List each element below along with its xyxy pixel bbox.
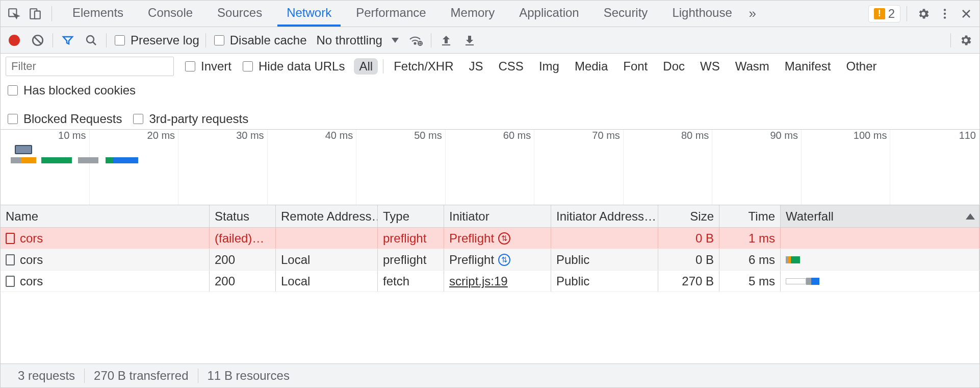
- filter-type-ws[interactable]: WS: [695, 58, 725, 75]
- tabs-overflow-button[interactable]: »: [742, 4, 763, 24]
- overview-tick: 110: [1, 130, 979, 205]
- issues-count: 2: [888, 7, 895, 21]
- column-header-initiator[interactable]: Initiator: [444, 205, 551, 227]
- cell: Local: [276, 271, 378, 292]
- has-blocked-cookies-input[interactable]: [8, 85, 18, 95]
- cell: Preflight⇅: [444, 249, 551, 270]
- column-header-waterfall[interactable]: Waterfall: [781, 205, 979, 227]
- filter-type-doc[interactable]: Doc: [658, 58, 690, 75]
- svg-point-4: [944, 12, 946, 14]
- hide-data-urls-input[interactable]: [243, 61, 253, 71]
- network-toolbar: Preserve log Disable cache No throttling: [1, 27, 979, 54]
- tab-network[interactable]: Network: [277, 1, 341, 27]
- filter-type-manifest[interactable]: Manifest: [780, 58, 836, 75]
- filter-type-all[interactable]: All: [354, 58, 378, 75]
- tab-security[interactable]: Security: [595, 1, 657, 27]
- cell: preflight: [378, 249, 444, 270]
- table-row[interactable]: cors200LocalpreflightPreflight⇅Public0 B…: [1, 249, 979, 271]
- network-conditions-icon[interactable]: [407, 32, 425, 49]
- record-button[interactable]: [6, 32, 23, 49]
- table-row[interactable]: cors(failed)…preflightPreflight⇅0 B1 ms: [1, 228, 979, 249]
- cell: cors: [1, 228, 210, 249]
- filter-type-font[interactable]: Font: [618, 58, 653, 75]
- initiator-text: Preflight: [449, 253, 494, 267]
- file-icon: [6, 254, 15, 265]
- clear-button[interactable]: [29, 32, 46, 49]
- cell: [276, 228, 378, 249]
- column-header-name[interactable]: Name: [1, 205, 210, 227]
- disable-cache-input[interactable]: [214, 35, 224, 45]
- column-header-initiator-address-[interactable]: Initiator Address…: [551, 205, 658, 227]
- hide-data-urls-checkbox[interactable]: Hide data URLs: [241, 59, 345, 74]
- search-icon[interactable]: [83, 32, 100, 49]
- filter-type-fetch-xhr[interactable]: Fetch/XHR: [389, 58, 458, 75]
- filter-type-other[interactable]: Other: [841, 58, 882, 75]
- filter-type-css[interactable]: CSS: [494, 58, 529, 75]
- column-header-type[interactable]: Type: [378, 205, 444, 227]
- disable-cache-checkbox[interactable]: Disable cache: [212, 33, 307, 47]
- cell: Public: [551, 271, 658, 292]
- tab-console[interactable]: Console: [139, 1, 202, 27]
- filter-type-wasm[interactable]: Wasm: [730, 58, 775, 75]
- cell: fetch: [378, 271, 444, 292]
- issues-badge[interactable]: ! 2: [868, 5, 900, 22]
- cell: cors: [1, 249, 210, 270]
- table-row[interactable]: cors200Localfetchscript.js:19Public270 B…: [1, 271, 979, 292]
- separator: [53, 33, 53, 47]
- initiator-link[interactable]: script.js:19: [449, 274, 508, 288]
- svg-point-5: [944, 16, 946, 18]
- tab-memory[interactable]: Memory: [442, 1, 504, 27]
- throttling-select[interactable]: No throttling: [313, 32, 402, 49]
- waterfall-cell: [781, 271, 979, 292]
- filter-type-media[interactable]: Media: [570, 58, 613, 75]
- filter-input[interactable]: [6, 57, 174, 76]
- table-body[interactable]: cors(failed)…preflightPreflight⇅0 B1 msc…: [1, 228, 979, 363]
- column-header-time[interactable]: Time: [719, 205, 781, 227]
- network-settings-gear-icon[interactable]: [957, 32, 974, 49]
- sort-asc-icon: [966, 213, 975, 220]
- tab-performance[interactable]: Performance: [347, 1, 435, 27]
- close-devtools-icon[interactable]: [956, 4, 976, 24]
- cell: 270 B: [658, 271, 719, 292]
- third-party-checkbox[interactable]: 3rd-party requests: [131, 112, 248, 126]
- blocked-requests-checkbox[interactable]: Blocked Requests: [6, 112, 122, 126]
- preserve-log-input[interactable]: [115, 35, 125, 45]
- column-header-size[interactable]: Size: [658, 205, 719, 227]
- disable-cache-label: Disable cache: [230, 33, 307, 47]
- settings-gear-icon[interactable]: [913, 4, 934, 24]
- column-header-status[interactable]: Status: [210, 205, 276, 227]
- filter-type-img[interactable]: Img: [534, 58, 564, 75]
- third-party-input[interactable]: [133, 114, 143, 124]
- device-toolbar-icon[interactable]: [25, 4, 45, 24]
- cell: (failed)…: [210, 228, 276, 249]
- upload-har-icon[interactable]: [437, 32, 455, 49]
- filter-type-js[interactable]: JS: [464, 58, 488, 75]
- kebab-menu-icon[interactable]: [935, 4, 955, 24]
- svg-rect-2: [35, 11, 40, 18]
- invert-checkbox[interactable]: Invert: [183, 59, 231, 74]
- tab-application[interactable]: Application: [510, 1, 588, 27]
- filter-icon[interactable]: [59, 32, 76, 49]
- has-blocked-cookies-checkbox[interactable]: Has blocked cookies: [6, 83, 136, 98]
- tab-lighthouse[interactable]: Lighthouse: [663, 1, 741, 27]
- status-bar: 3 requests 270 B transferred 11 B resour…: [1, 364, 979, 387]
- waterfall-cell: [781, 228, 979, 249]
- cell: Public: [551, 249, 658, 270]
- tab-elements[interactable]: Elements: [63, 1, 133, 27]
- chevron-down-icon: [392, 38, 399, 43]
- separator: [431, 33, 431, 47]
- inspect-element-icon[interactable]: [4, 4, 24, 24]
- overview-bars: [11, 157, 138, 167]
- invert-input[interactable]: [185, 61, 195, 71]
- tab-sources[interactable]: Sources: [208, 1, 271, 27]
- blocked-requests-input[interactable]: [8, 114, 18, 124]
- overview-timeline[interactable]: 10 ms20 ms30 ms40 ms50 ms60 ms70 ms80 ms…: [1, 130, 979, 205]
- cell: 0 B: [658, 249, 719, 270]
- preserve-log-checkbox[interactable]: Preserve log: [113, 33, 199, 47]
- cell: 6 ms: [719, 249, 781, 270]
- status-transferred: 270 B transferred: [84, 369, 197, 383]
- download-har-icon[interactable]: [461, 32, 478, 49]
- overview-selection-handle[interactable]: [15, 145, 32, 154]
- column-header-remote-address-[interactable]: Remote Address…: [276, 205, 378, 227]
- request-name: cors: [20, 274, 43, 288]
